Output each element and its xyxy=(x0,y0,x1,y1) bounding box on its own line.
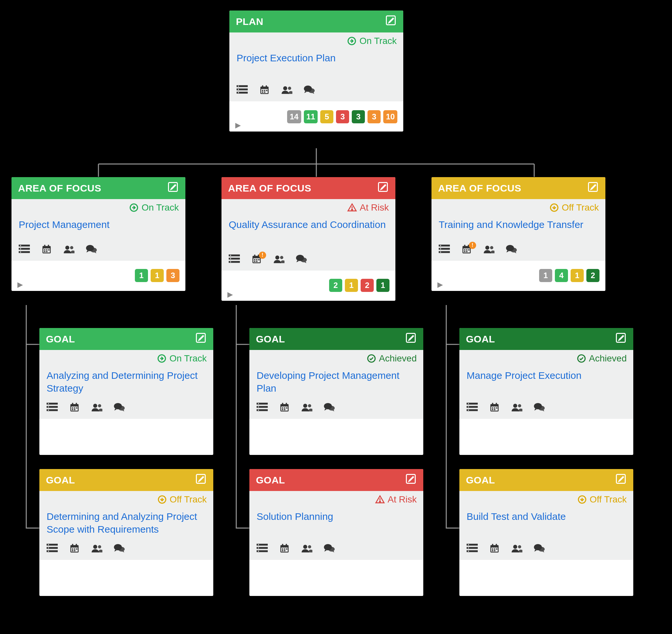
list-icon[interactable] xyxy=(19,244,30,255)
svg-point-145 xyxy=(308,404,311,407)
users-icon[interactable] xyxy=(301,543,312,555)
edit-icon[interactable] xyxy=(195,332,207,346)
badge[interactable]: 14 xyxy=(287,110,301,123)
area-title-link[interactable]: Training and Knowledge Transfer xyxy=(439,218,583,231)
area-header-label: AREA OF FOCUS xyxy=(228,183,311,194)
list-icon[interactable] xyxy=(466,543,478,555)
users-icon[interactable] xyxy=(63,244,74,255)
area-title-link[interactable]: Project Management xyxy=(19,218,110,231)
area-header-label: AREA OF FOCUS xyxy=(438,183,521,194)
badge[interactable]: 1 xyxy=(571,269,584,282)
users-icon[interactable] xyxy=(91,403,102,414)
area-title-link[interactable]: Quality Assurance and Coordination xyxy=(229,218,386,231)
edit-icon[interactable] xyxy=(615,473,627,487)
goal-header-label: GOAL xyxy=(46,474,75,486)
comments-icon[interactable] xyxy=(506,244,517,255)
svg-rect-31 xyxy=(44,245,46,247)
badge[interactable]: 1 xyxy=(376,279,389,292)
badge[interactable]: 2 xyxy=(329,279,342,292)
svg-rect-117 xyxy=(76,544,77,546)
comments-icon[interactable] xyxy=(296,254,307,265)
edit-icon[interactable] xyxy=(405,332,417,346)
warning-triangle-icon xyxy=(347,203,357,213)
comments-icon[interactable] xyxy=(114,543,125,555)
calendar-icon[interactable] xyxy=(489,403,500,414)
achieved-status: Achieved xyxy=(366,353,417,364)
calendar-icon[interactable] xyxy=(279,543,290,555)
calendar-icon[interactable] xyxy=(279,403,290,414)
calendar-icon[interactable] xyxy=(259,85,270,96)
list-icon[interactable] xyxy=(47,543,58,555)
comments-icon[interactable] xyxy=(533,543,545,555)
badge[interactable]: 3 xyxy=(352,110,365,123)
users-icon[interactable] xyxy=(91,543,102,555)
expand-arrow-icon[interactable]: ▶ xyxy=(227,290,233,299)
badge[interactable]: 1 xyxy=(345,279,358,292)
goal-title-link[interactable]: Manage Project Execution xyxy=(466,369,581,382)
comments-icon[interactable] xyxy=(323,543,335,555)
list-icon[interactable] xyxy=(466,403,478,414)
area-card-0: AREA OF FOCUS On Track Project Managemen… xyxy=(11,177,185,291)
title-row: Project Execution Plan xyxy=(230,49,403,82)
edit-icon[interactable] xyxy=(385,15,397,28)
goal-title-link[interactable]: Build Test and Validate xyxy=(466,510,566,523)
badge[interactable]: 11 xyxy=(304,110,318,123)
expand-arrow-icon[interactable]: ▶ xyxy=(235,121,241,129)
plan-title-link[interactable]: Project Execution Plan xyxy=(237,51,336,64)
calendar-icon[interactable] xyxy=(69,403,80,414)
list-icon[interactable] xyxy=(257,543,268,555)
goal-title-link[interactable]: Solution Planning xyxy=(257,510,333,523)
svg-rect-142 xyxy=(282,409,284,410)
badge[interactable]: 3 xyxy=(166,269,179,282)
comments-icon[interactable] xyxy=(323,403,335,414)
badge[interactable]: 4 xyxy=(555,269,568,282)
comments-icon[interactable] xyxy=(304,85,315,96)
expand-arrow-icon[interactable]: ▶ xyxy=(437,281,443,289)
list-icon[interactable] xyxy=(439,244,450,255)
calendar-icon[interactable]: ! xyxy=(461,244,472,255)
users-icon[interactable] xyxy=(483,244,495,255)
edit-icon[interactable] xyxy=(405,473,417,487)
badge[interactable]: 3 xyxy=(336,110,349,123)
users-icon[interactable] xyxy=(511,543,522,555)
comments-icon[interactable] xyxy=(533,403,545,414)
edit-icon[interactable] xyxy=(195,473,207,487)
edit-icon[interactable] xyxy=(615,332,627,346)
list-icon[interactable] xyxy=(47,403,58,414)
badge[interactable]: 1 xyxy=(135,269,148,282)
list-icon[interactable] xyxy=(237,85,248,96)
list-icon[interactable] xyxy=(257,403,268,414)
calendar-icon[interactable] xyxy=(489,543,500,555)
svg-rect-120 xyxy=(76,548,77,550)
at-risk-status: At Risk xyxy=(375,494,417,505)
goal-card-2-0: GOAL Achieved Manage Project Execution xyxy=(459,328,633,455)
badge[interactable]: 1 xyxy=(151,269,164,282)
users-icon[interactable] xyxy=(281,85,292,96)
badge[interactable]: 1 xyxy=(539,269,552,282)
users-icon[interactable] xyxy=(301,403,312,414)
svg-rect-203 xyxy=(492,548,494,550)
calendar-icon[interactable]: ! xyxy=(251,254,262,265)
comments-icon[interactable] xyxy=(114,403,125,414)
comments-icon[interactable] xyxy=(86,244,97,255)
edit-icon[interactable] xyxy=(167,181,179,195)
badge[interactable]: 2 xyxy=(586,269,599,282)
edit-icon[interactable] xyxy=(587,181,599,195)
goal-title-link[interactable]: Determining and Analyzing Project Scope … xyxy=(47,510,206,536)
svg-point-39 xyxy=(70,246,73,249)
goal-title-link[interactable]: Developing Project Management Plan xyxy=(257,369,416,395)
calendar-icon[interactable] xyxy=(69,543,80,555)
svg-rect-16 xyxy=(264,92,265,93)
expand-arrow-icon[interactable]: ▶ xyxy=(17,281,23,289)
badge[interactable]: 3 xyxy=(367,110,381,123)
badge[interactable]: 10 xyxy=(383,110,398,123)
badge[interactable]: 2 xyxy=(361,279,374,292)
calendar-icon[interactable] xyxy=(41,244,52,255)
edit-icon[interactable] xyxy=(377,181,389,195)
badge[interactable]: 5 xyxy=(320,110,333,123)
users-icon[interactable] xyxy=(511,403,522,414)
list-icon[interactable] xyxy=(229,254,240,265)
arrow-circle-right-icon xyxy=(129,203,139,213)
users-icon[interactable] xyxy=(273,254,285,265)
goal-title-link[interactable]: Analyzing and Determining Project Strate… xyxy=(47,369,206,395)
